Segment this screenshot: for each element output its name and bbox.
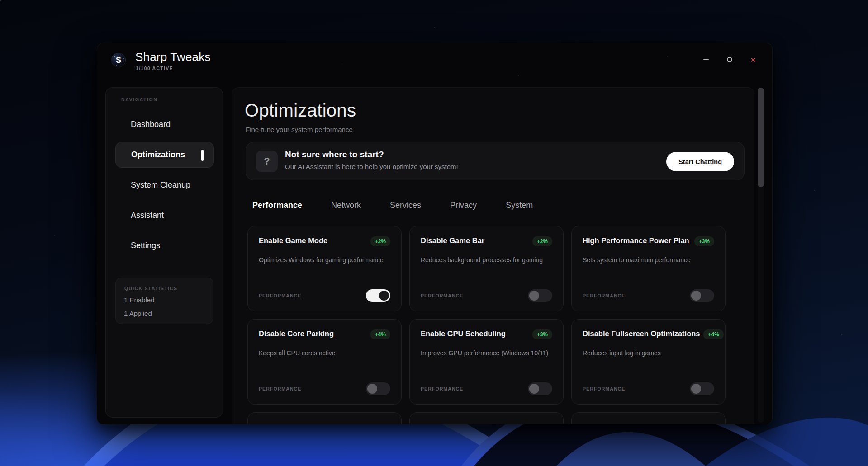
toggle-enable-game-mode[interactable] xyxy=(366,289,390,302)
quick-statistics-panel: QUICK STATISTICS 1 Enabled 1 Applied xyxy=(115,278,213,324)
card-clipped xyxy=(409,412,564,424)
card-title: High Performance Power Plan xyxy=(583,236,689,245)
desktop-stars xyxy=(0,0,1,1)
toggle-disable-core-parking[interactable] xyxy=(366,382,390,395)
card-description: Improves GPU performance (Windows 10/11) xyxy=(421,349,552,357)
card-category-label: PERFORMANCE xyxy=(583,386,625,391)
toggle-enable-gpu-scheduling[interactable] xyxy=(528,382,552,395)
card-description: Reduces background processes for gaming xyxy=(421,256,552,264)
toggle-knob xyxy=(529,384,539,394)
card-title: Disable Game Bar xyxy=(421,236,484,245)
tab-services[interactable]: Services xyxy=(390,201,421,210)
quick-statistics-label: QUICK STATISTICS xyxy=(124,286,177,291)
card-category-label: PERFORMANCE xyxy=(259,386,301,391)
sidebar-item-dashboard[interactable]: Dashboard xyxy=(115,112,214,137)
maximize-button[interactable] xyxy=(723,54,736,65)
card-disable-fullscreen-optimizations: Disable Fullscreen Optimizations +4% Red… xyxy=(571,319,726,405)
minimize-icon xyxy=(703,59,709,60)
window-starfield xyxy=(97,43,98,44)
main-content: Optimizations Fine-tune your system perf… xyxy=(232,87,754,424)
card-enable-gpu-scheduling: Enable GPU Scheduling +3% Improves GPU p… xyxy=(409,319,564,405)
close-icon: ✕ xyxy=(750,56,756,63)
card-disable-game-bar: Disable Game Bar +2% Reduces background … xyxy=(409,226,564,311)
toggle-knob xyxy=(379,291,389,301)
ai-assistant-banner: ? Not sure where to start? Our AI Assist… xyxy=(246,142,745,180)
sidebar-item-label: Dashboard xyxy=(131,120,171,129)
optimization-cards-grid: Enable Game Mode +2% Optimizes Windows f… xyxy=(247,226,726,424)
app-status-badge: 1/100 ACTIVE xyxy=(136,66,173,71)
toggle-disable-fullscreen-optimizations[interactable] xyxy=(690,382,714,395)
page-subtitle: Fine-tune your system performance xyxy=(246,126,353,133)
active-indicator-bar xyxy=(201,150,204,161)
card-clipped xyxy=(571,412,726,424)
tab-performance[interactable]: Performance xyxy=(252,201,302,210)
card-description: Optimizes Windows for gaming performance xyxy=(259,256,390,264)
card-title: Enable GPU Scheduling xyxy=(421,329,506,338)
card-high-performance-power-plan: High Performance Power Plan +3% Sets sys… xyxy=(571,226,726,311)
card-title: Disable Fullscreen Optimizations xyxy=(583,329,700,338)
card-clipped xyxy=(247,412,402,424)
stat-applied-count: 1 Applied xyxy=(124,310,152,317)
boost-badge: +2% xyxy=(532,236,552,246)
card-description: Reduces input lag in games xyxy=(583,349,714,357)
minimize-button[interactable] xyxy=(700,54,712,65)
toggle-knob xyxy=(529,291,539,301)
category-tabs: Performance Network Services Privacy Sys… xyxy=(252,201,533,210)
card-category-label: PERFORMANCE xyxy=(259,293,301,298)
boost-badge: +4% xyxy=(703,329,723,339)
content-scrollbar-thumb[interactable] xyxy=(758,88,764,187)
sidebar-item-label: Settings xyxy=(131,241,160,250)
app-logo-icon: S xyxy=(111,53,126,67)
toggle-disable-game-bar[interactable] xyxy=(528,289,552,302)
logo-sparkles xyxy=(114,56,115,57)
stat-enabled-count: 1 Enabled xyxy=(124,296,155,304)
toggle-knob xyxy=(691,384,701,394)
card-description: Sets system to maximum performance xyxy=(583,256,714,264)
tab-system[interactable]: System xyxy=(506,201,533,210)
banner-title: Not sure where to start? xyxy=(285,150,384,160)
nav-list: Dashboard Optimizations System Cleanup A… xyxy=(115,112,214,263)
question-mark-icon: ? xyxy=(256,151,278,172)
card-title: Disable Core Parking xyxy=(259,329,334,338)
toggle-knob xyxy=(691,291,701,301)
toggle-high-performance-power-plan[interactable] xyxy=(690,289,714,302)
window-controls: ✕ xyxy=(700,54,759,65)
card-category-label: PERFORMANCE xyxy=(583,293,625,298)
titlebar: S Sharp Tweaks 1/100 ACTIVE ✕ xyxy=(97,43,772,77)
app-window: S Sharp Tweaks 1/100 ACTIVE ✕ NAVIGATION… xyxy=(97,43,773,424)
card-title: Enable Game Mode xyxy=(259,236,327,245)
content-scrollbar-track[interactable] xyxy=(758,88,764,423)
sidebar-item-settings[interactable]: Settings xyxy=(115,233,214,259)
boost-badge: +4% xyxy=(370,329,390,339)
page-title: Optimizations xyxy=(245,100,356,121)
sidebar-item-assistant[interactable]: Assistant xyxy=(115,202,214,228)
sidebar: NAVIGATION Dashboard Optimizations Syste… xyxy=(105,87,223,418)
card-description: Keeps all CPU cores active xyxy=(259,349,390,357)
sidebar-item-label: System Cleanup xyxy=(131,180,190,190)
boost-badge: +3% xyxy=(694,236,714,246)
logo-letter: S xyxy=(116,56,121,64)
tab-network[interactable]: Network xyxy=(331,201,361,210)
navigation-section-label: NAVIGATION xyxy=(121,97,157,102)
toggle-knob xyxy=(367,384,377,394)
sidebar-item-optimizations[interactable]: Optimizations xyxy=(115,142,214,168)
card-disable-core-parking: Disable Core Parking +4% Keeps all CPU c… xyxy=(247,319,402,405)
close-button[interactable]: ✕ xyxy=(747,54,759,65)
banner-description: Our AI Assistant is here to help you opt… xyxy=(285,163,458,170)
tab-privacy[interactable]: Privacy xyxy=(450,201,477,210)
boost-badge: +2% xyxy=(370,236,390,246)
card-category-label: PERFORMANCE xyxy=(421,386,463,391)
card-enable-game-mode: Enable Game Mode +2% Optimizes Windows f… xyxy=(247,226,402,311)
sidebar-item-label: Assistant xyxy=(131,211,164,220)
card-category-label: PERFORMANCE xyxy=(421,293,463,298)
boost-badge: +3% xyxy=(532,329,552,339)
sidebar-item-label: Optimizations xyxy=(131,150,185,160)
start-chatting-button[interactable]: Start Chatting xyxy=(666,152,734,171)
maximize-icon xyxy=(727,57,732,62)
sidebar-item-system-cleanup[interactable]: System Cleanup xyxy=(115,172,214,198)
app-title: Sharp Tweaks xyxy=(135,50,211,64)
